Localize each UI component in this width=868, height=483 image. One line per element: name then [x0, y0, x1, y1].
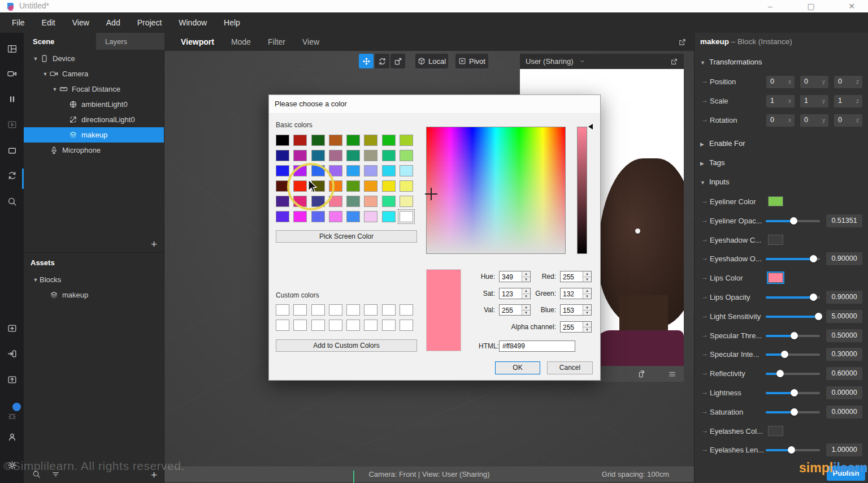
basic-color-swatch[interactable]	[311, 211, 325, 222]
caret-down-icon[interactable]: ▼	[700, 180, 705, 186]
specular-thre-value[interactable]: 0.50000	[826, 329, 862, 342]
transform-y-field[interactable]: 0y	[800, 76, 828, 88]
basic-color-swatch[interactable]	[382, 180, 396, 192]
expand-caret-icon[interactable]: ▼	[51, 87, 59, 92]
hue-saturation-field[interactable]	[426, 127, 566, 254]
basic-color-swatch[interactable]	[276, 135, 289, 146]
value-slider[interactable]	[577, 127, 587, 254]
custom-color-swatch[interactable]	[364, 320, 377, 331]
cancel-button[interactable]: Cancel	[547, 361, 593, 374]
basic-color-swatch[interactable]	[311, 135, 325, 146]
transform-x-field[interactable]: 0x	[766, 114, 795, 127]
custom-color-swatch[interactable]	[382, 320, 396, 331]
layout-panels-icon[interactable]	[5, 42, 19, 55]
basic-color-swatch[interactable]	[382, 211, 396, 222]
caret-right-icon[interactable]: ▶	[700, 141, 704, 147]
reflectivity-slider[interactable]	[766, 373, 820, 375]
slider-knob[interactable]	[810, 255, 817, 262]
menu-help[interactable]: Help	[215, 12, 249, 33]
light-sensitivity-value[interactable]: 5.00000	[826, 310, 862, 323]
basic-color-swatch[interactable]	[382, 135, 396, 146]
eyeliner-opac-value[interactable]: 0.51351	[826, 214, 862, 227]
slider-knob[interactable]	[815, 313, 822, 320]
menu-view[interactable]: View	[64, 12, 98, 33]
saturation-value[interactable]: 0.00000	[826, 406, 862, 419]
pause-icon[interactable]	[5, 92, 19, 106]
transform-z-field[interactable]: 1z	[834, 95, 862, 107]
pick-screen-color-button[interactable]: Pick Screen Color	[276, 230, 417, 243]
caret-down-icon[interactable]: ▼	[700, 60, 705, 66]
saturation-slider[interactable]	[766, 411, 820, 413]
eyeliner-opac-slider[interactable]	[766, 220, 820, 222]
custom-color-swatch[interactable]	[400, 304, 413, 316]
avatar-icon[interactable]	[5, 430, 19, 443]
basic-color-swatch[interactable]	[346, 196, 360, 207]
add-object-button[interactable]: +	[151, 240, 157, 249]
spin-down-icon[interactable]: ▼	[583, 294, 591, 299]
custom-color-swatch[interactable]	[329, 304, 342, 316]
slider-knob[interactable]	[791, 332, 798, 339]
basic-color-swatch[interactable]	[382, 196, 396, 207]
tab-layers[interactable]: Layers	[96, 33, 164, 50]
custom-color-swatch[interactable]	[382, 304, 396, 316]
lightness-slider[interactable]	[766, 392, 820, 394]
spin-down-icon[interactable]: ▼	[583, 310, 591, 316]
basic-color-swatch[interactable]	[400, 165, 413, 176]
basic-color-swatch[interactable]	[276, 165, 289, 176]
eyeliner-color-swatch[interactable]	[768, 196, 783, 206]
tree-item-blocks[interactable]: ▼Blocks	[24, 272, 164, 287]
basic-color-swatch[interactable]	[293, 150, 307, 161]
dialog-titlebar[interactable]: Please choose a color	[269, 95, 600, 114]
spin-up-icon[interactable]: ▲	[583, 288, 591, 294]
basic-color-swatch[interactable]	[364, 180, 377, 192]
tree-item-device[interactable]: ▼Device	[24, 51, 164, 66]
basic-color-swatch[interactable]	[329, 135, 342, 146]
specular-thre-slider[interactable]	[766, 335, 820, 337]
lips-opacity-value[interactable]: 0.90000	[826, 291, 862, 304]
value-slider-arrow[interactable]	[588, 124, 593, 130]
tree-item-camera[interactable]: ▼Camera	[24, 66, 164, 81]
section-inputs[interactable]: ▼Inputs	[695, 176, 868, 189]
basic-color-swatch[interactable]	[346, 135, 360, 146]
custom-color-swatch[interactable]	[346, 320, 360, 331]
reflectivity-value[interactable]: 0.60000	[826, 367, 862, 380]
tab-scene[interactable]: Scene	[24, 33, 96, 50]
tree-item-makeup[interactable]: makeup	[24, 127, 164, 143]
slider-knob[interactable]	[791, 389, 798, 396]
expand-caret-icon[interactable]: ▼	[32, 277, 40, 283]
pivot-button[interactable]: Pivot	[455, 54, 488, 68]
transform-z-field[interactable]: 0z	[834, 114, 862, 127]
minimize-button[interactable]: –	[763, 1, 778, 12]
slider-knob[interactable]	[776, 370, 784, 377]
basic-color-swatch[interactable]	[364, 196, 377, 207]
basic-color-swatch[interactable]	[346, 150, 360, 161]
transform-z-field[interactable]: 0z	[834, 76, 862, 88]
export-icon[interactable]	[5, 373, 19, 386]
maximize-button[interactable]: ▢	[804, 1, 818, 12]
lips-color-swatch[interactable]	[768, 273, 783, 283]
red-spinbox[interactable]: 255▲▼	[560, 271, 592, 282]
spin-up-icon[interactable]: ▲	[583, 322, 591, 327]
spin-up-icon[interactable]: ▲	[583, 305, 591, 310]
basic-color-swatch[interactable]	[346, 165, 360, 176]
eyeshadow-c-swatch[interactable]	[768, 235, 783, 245]
basic-color-swatch[interactable]	[276, 211, 289, 222]
specular-inte-slider[interactable]	[766, 353, 820, 356]
section-enable-for[interactable]: ▶Enable For	[695, 137, 868, 151]
slider-knob[interactable]	[781, 351, 788, 358]
lightness-value[interactable]: 0.00000	[826, 386, 862, 399]
search-icon[interactable]	[5, 195, 19, 208]
basic-color-swatch[interactable]	[364, 211, 377, 222]
transform-y-field[interactable]: 1y	[800, 95, 828, 107]
caret-right-icon[interactable]: ▶	[700, 161, 704, 166]
custom-color-swatch[interactable]	[293, 304, 307, 316]
menu-hamburger-icon[interactable]	[667, 369, 677, 379]
basic-color-swatch[interactable]	[400, 180, 413, 192]
tree-item-directionallight0[interactable]: directionalLight0	[24, 112, 164, 127]
light-sensitivity-slider[interactable]	[766, 316, 820, 318]
rotate-tool-button[interactable]	[375, 54, 389, 68]
custom-color-swatch[interactable]	[311, 320, 325, 331]
menu-project[interactable]: Project	[129, 12, 171, 33]
add-to-custom-colors-button[interactable]: Add to Custom Colors	[276, 339, 417, 352]
expand-caret-icon[interactable]: ▼	[32, 56, 40, 62]
